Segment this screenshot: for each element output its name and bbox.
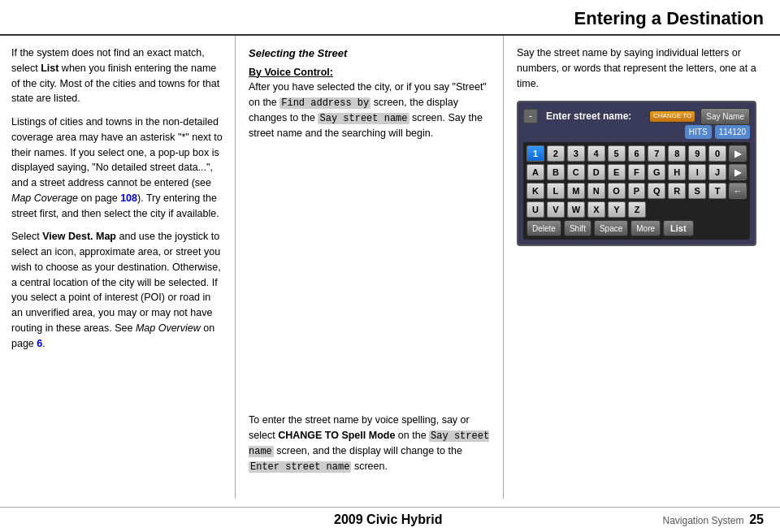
kb-key-7[interactable]: 7 bbox=[648, 145, 665, 162]
hits-value: 114120 bbox=[715, 125, 750, 139]
map-overview-link[interactable]: Map Overview bbox=[136, 322, 201, 334]
keyboard-area: 1 2 3 4 5 6 7 8 9 0 ▶ A B C D bbox=[523, 142, 750, 240]
kb-key-f[interactable]: F bbox=[628, 164, 646, 180]
kb-key-row2-extra[interactable]: ▶ bbox=[729, 164, 747, 180]
kb-key-w[interactable]: W bbox=[567, 201, 585, 218]
page-footer: 2009 Civic Hybrid Navigation System 25 bbox=[0, 507, 780, 532]
page-6-link[interactable]: 6 bbox=[37, 338, 42, 349]
kb-key-3[interactable]: 3 bbox=[567, 145, 585, 162]
kb-key-0[interactable]: 0 bbox=[708, 145, 726, 162]
change-to-bold: CHANGE TO Spell Mode bbox=[278, 430, 395, 441]
kb-key-6[interactable]: 6 bbox=[628, 145, 646, 162]
middle-column: Selecting the Street By Voice Control: A… bbox=[236, 36, 504, 499]
right-column: Say the street name by saying individual… bbox=[504, 36, 780, 499]
kb-key-2[interactable]: 2 bbox=[547, 145, 565, 162]
kb-key-o[interactable]: O bbox=[608, 183, 626, 199]
change-to-button[interactable]: CHANGE TO bbox=[649, 110, 696, 123]
kb-key-r[interactable]: R bbox=[668, 183, 686, 199]
kb-key-s[interactable]: S bbox=[688, 183, 706, 199]
footer-page-number: 25 bbox=[749, 513, 764, 526]
kb-delete-button[interactable]: Delete bbox=[526, 220, 561, 236]
kb-key-9[interactable]: 9 bbox=[688, 145, 706, 162]
kb-space-button[interactable]: Space bbox=[594, 220, 628, 236]
kb-key-g[interactable]: G bbox=[648, 164, 665, 180]
kb-row-k-t: K L M N O P Q R S T ← bbox=[526, 183, 747, 199]
kb-key-d[interactable]: D bbox=[587, 164, 605, 180]
kb-key-4[interactable]: 4 bbox=[587, 145, 605, 162]
kb-row-a-j: A B C D E F G H I J ▶ bbox=[526, 164, 747, 180]
mid-top-body: After you have selected the city, or if … bbox=[249, 80, 490, 141]
mid-bottom-section: To enter the street name by voice spelli… bbox=[249, 413, 490, 489]
say-street-name-screen-text: Say street name bbox=[318, 113, 409, 124]
nav-screen-header-row: - Enter street name: CHANGE TO Say Name bbox=[523, 107, 750, 125]
enter-street-label: Enter street name: bbox=[543, 107, 635, 125]
page-title: Entering a Destination bbox=[16, 8, 764, 29]
kb-key-5[interactable]: 5 bbox=[608, 145, 626, 162]
kb-key-k[interactable]: K bbox=[526, 183, 544, 199]
kb-row-numbers: 1 2 3 4 5 6 7 8 9 0 ▶ bbox=[526, 145, 747, 162]
kb-bottom-row: Delete Shift Space More List bbox=[526, 220, 747, 236]
enter-street-name-screen-text: Enter street name bbox=[249, 461, 351, 473]
kb-key-y[interactable]: Y bbox=[608, 201, 626, 218]
kb-list-button[interactable]: List bbox=[663, 220, 694, 236]
kb-key-u[interactable]: U bbox=[526, 201, 544, 218]
mid-bottom-body: To enter the street name by voice spelli… bbox=[249, 413, 490, 474]
nav-screen: - Enter street name: CHANGE TO Say Name … bbox=[517, 101, 756, 246]
kb-key-p[interactable]: P bbox=[628, 183, 646, 199]
left-column: If the system does not find an exact mat… bbox=[0, 36, 236, 499]
kb-key-c[interactable]: C bbox=[567, 164, 585, 180]
say-name-button[interactable]: Say Name bbox=[700, 108, 750, 125]
minus-button[interactable]: - bbox=[523, 109, 538, 123]
left-para-2: Listings of cities and towns in the non-… bbox=[11, 115, 223, 221]
selecting-street-title: Selecting the Street bbox=[249, 45, 490, 62]
kb-key-x[interactable]: X bbox=[587, 201, 605, 218]
page-108-link[interactable]: 108 bbox=[120, 192, 137, 204]
view-dest-map-bold: View Dest. Map bbox=[42, 231, 116, 242]
hits-label: HITS bbox=[685, 125, 712, 139]
content-area: If the system does not find an exact mat… bbox=[0, 36, 780, 499]
kb-key-q[interactable]: Q bbox=[648, 183, 665, 199]
find-address-screen-text: Find address by bbox=[280, 97, 370, 109]
footer-center: 2009 Civic Hybrid bbox=[114, 513, 662, 527]
list-bold: List bbox=[41, 63, 58, 74]
kb-key-h[interactable]: H bbox=[668, 164, 686, 180]
kb-key-1[interactable]: 1 bbox=[526, 145, 544, 162]
kb-row-u-z: U V W X Y Z bbox=[526, 201, 747, 218]
kb-key-8[interactable]: 8 bbox=[668, 145, 686, 162]
left-para-3: Select View Dest. Map and use the joysti… bbox=[11, 229, 223, 351]
kb-key-i[interactable]: I bbox=[688, 164, 706, 180]
mid-top-section: Selecting the Street By Voice Control: A… bbox=[249, 45, 490, 148]
page-header: Entering a Destination bbox=[0, 0, 780, 36]
footer-nav-label: Navigation System bbox=[662, 515, 743, 526]
left-para-1: If the system does not find an exact mat… bbox=[11, 45, 223, 106]
right-intro-text: Say the street name by saying individual… bbox=[517, 45, 767, 91]
kb-key-m[interactable]: M bbox=[567, 183, 585, 199]
kb-key-b[interactable]: B bbox=[547, 164, 565, 180]
kb-key-n[interactable]: N bbox=[587, 183, 605, 199]
kb-key-v[interactable]: V bbox=[547, 201, 565, 218]
kb-key-l[interactable]: L bbox=[547, 183, 565, 199]
kb-shift-button[interactable]: Shift bbox=[564, 220, 592, 236]
kb-key-t[interactable]: T bbox=[708, 183, 726, 199]
kb-key-j[interactable]: J bbox=[708, 164, 726, 180]
footer-right: Navigation System 25 bbox=[662, 513, 764, 527]
kb-more-button[interactable]: More bbox=[630, 220, 661, 236]
kb-key-backspace[interactable]: ← bbox=[729, 183, 747, 199]
kb-key-arrow-right[interactable]: ▶ bbox=[729, 145, 747, 162]
kb-key-z[interactable]: Z bbox=[628, 201, 646, 218]
by-voice-control-title: By Voice Control: bbox=[249, 65, 490, 80]
kb-key-e[interactable]: E bbox=[608, 164, 626, 180]
kb-key-a[interactable]: A bbox=[526, 164, 544, 180]
map-coverage-link[interactable]: Map Coverage bbox=[11, 192, 78, 204]
